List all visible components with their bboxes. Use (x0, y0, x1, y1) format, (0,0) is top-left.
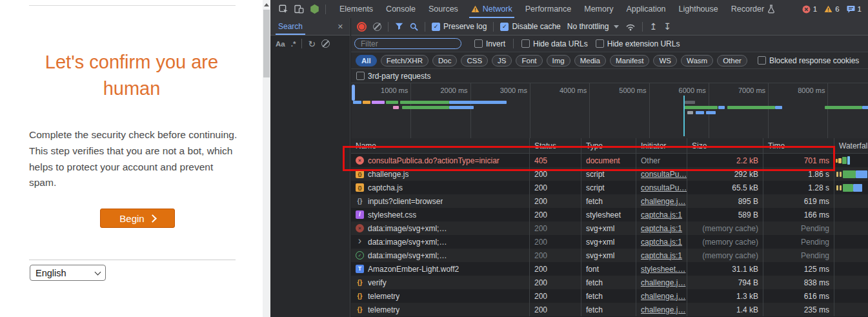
tab-sources[interactable]: Sources (422, 0, 465, 18)
status-badges: 1 6 1 (802, 5, 862, 14)
hide-data-urls-checkbox[interactable]: Hide data URLs (521, 39, 588, 48)
waterfall-cell (834, 221, 868, 235)
initiator-link[interactable]: challenge.j… (641, 278, 685, 287)
filter-pill-js[interactable]: JS (492, 55, 512, 66)
match-case-button[interactable]: Aa (276, 40, 285, 48)
tab-network[interactable]: Network (465, 0, 519, 18)
search-icon[interactable] (410, 23, 418, 31)
tab-performance[interactable]: Performance (519, 0, 578, 18)
preserve-log-checkbox[interactable]: Preserve log (432, 22, 487, 31)
inspect-icon[interactable] (279, 5, 288, 14)
tab-recorder[interactable]: Recorder (725, 0, 782, 18)
filter-pill-fetch-xhr[interactable]: Fetch/XHR (381, 55, 429, 66)
filter-pill-other[interactable]: Other (717, 55, 747, 66)
search-tab[interactable]: Search (274, 18, 307, 35)
divider (513, 39, 514, 48)
disable-cache-checkbox[interactable]: Disable cache (500, 22, 560, 31)
table-row[interactable]: stylesheet.css200stylesheetcaptcha.js:15… (351, 208, 868, 221)
initiator-link[interactable]: challenge.j… (641, 292, 685, 301)
throttling-select[interactable]: No throttling (567, 22, 620, 31)
language-select[interactable]: English (30, 265, 106, 281)
network-toolbar: Preserve log Disable cache No throttling… (351, 18, 868, 36)
filter-pill-ws[interactable]: WS (653, 55, 677, 66)
tab-elements[interactable]: Elements (333, 0, 379, 18)
column-header-name[interactable]: Name (351, 138, 530, 153)
initiator-link[interactable]: consultaPu… (641, 183, 687, 192)
initiator-link[interactable]: captcha.js:1 (641, 238, 682, 247)
third-party-requests-checkbox[interactable]: 3rd-party requests (356, 72, 430, 81)
table-row[interactable]: captcha.js200scriptconsultaPu…65.5 kB1.2… (351, 181, 868, 194)
console-errors-badge[interactable]: 1 (802, 5, 817, 14)
network-conditions-icon[interactable] (625, 23, 636, 31)
waterfall-segment (836, 172, 838, 177)
waterfall-segment (836, 159, 838, 163)
filter-pill-doc[interactable]: Doc (432, 55, 457, 66)
close-search-icon[interactable]: ✕ (335, 21, 346, 32)
overview-handle[interactable] (352, 85, 355, 101)
filter-pill-img[interactable]: Img (547, 55, 570, 66)
tab-memory[interactable]: Memory (578, 0, 620, 18)
blocked-response-cookies-checkbox[interactable]: Blocked response cookies (758, 56, 859, 65)
column-header-waterfall[interactable]: Waterfall (834, 138, 868, 153)
time-cell: Pending (763, 249, 834, 262)
tab-console[interactable]: Console (379, 0, 422, 18)
initiator-link[interactable]: captcha.js:1 (641, 251, 682, 260)
waterfall-cell (834, 262, 868, 276)
column-header-type[interactable]: Type (581, 138, 636, 153)
column-header-status[interactable]: Status (530, 138, 581, 153)
console-warnings-badge[interactable]: 6 (824, 5, 839, 13)
filter-pill-css[interactable]: CSS (461, 55, 488, 66)
filter-pill-font[interactable]: Font (516, 55, 542, 66)
table-row[interactable]: consultaPublica.do?actionType=iniciar405… (351, 154, 868, 167)
page-scrollbar[interactable] (263, 0, 270, 317)
begin-button[interactable]: Begin (100, 209, 175, 228)
column-header-size[interactable]: Size (687, 138, 763, 153)
initiator-link[interactable]: challenge.j… (641, 197, 685, 206)
tab-lighthouse[interactable]: Lighthouse (672, 0, 725, 18)
table-row[interactable]: verify200fetchchallenge.j…794 B838 ms (351, 276, 868, 289)
initiator-cell: consultaPu… (636, 181, 687, 194)
bottom-divider (29, 260, 236, 260)
filter-icon[interactable] (395, 23, 403, 30)
table-row[interactable]: inputs?client=browser200fetchchallenge.j… (351, 194, 868, 208)
initiator-link[interactable]: captcha.js:1 (641, 210, 682, 220)
filter-input[interactable]: Filter (354, 38, 461, 49)
table-row[interactable]: data:image/svg+xml;…200svg+xmlcaptcha.js… (351, 235, 868, 249)
table-row[interactable]: telemetry200fetchchallenge.j…1.4 kB235 m… (351, 303, 868, 316)
refresh-search-icon[interactable]: ↻ (308, 39, 316, 49)
clear-search-icon[interactable] (321, 39, 330, 48)
network-overview-timeline[interactable]: 1000 ms2000 ms3000 ms4000 ms5000 ms6000 … (351, 83, 868, 139)
hide-extension-urls-checkbox[interactable]: Hide extension URLs (596, 39, 680, 48)
request-name: data:image/svg+xml;… (368, 251, 447, 260)
table-row[interactable]: data:image/svg+xml;…200svg+xmlcaptcha.js… (351, 221, 868, 235)
column-header-time[interactable]: Time (763, 138, 834, 153)
filter-pill-all[interactable]: All (356, 55, 377, 66)
scroll-up-button[interactable] (263, 0, 270, 9)
filter-pill-media[interactable]: Media (574, 55, 606, 66)
invert-checkbox[interactable]: Invert (474, 39, 505, 48)
table-row[interactable]: AmazonEmber-Light.woff2200fontstylesheet… (351, 262, 868, 276)
table-row[interactable]: telemetry200fetchchallenge.j…1.3 kB616 m… (351, 289, 868, 303)
filter-pill-wasm[interactable]: Wasm (681, 55, 713, 66)
export-har-icon[interactable]: ↧ (663, 22, 671, 31)
table-row[interactable]: challenge.js200scriptconsultaPu…292 kB1.… (351, 167, 868, 181)
checkbox-checked-icon (432, 23, 440, 31)
issues-badge[interactable]: 1 (847, 5, 862, 14)
import-har-icon[interactable]: ↥ (649, 22, 657, 31)
table-row[interactable]: data:image/svg+xml;…200svg+xmlcaptcha.js… (351, 249, 868, 262)
initiator-link[interactable]: captcha.js:1 (641, 224, 682, 233)
clear-network-log-icon[interactable] (373, 23, 381, 31)
name-cell: inputs?client=browser (351, 194, 530, 208)
device-toolbar-icon[interactable] (294, 5, 304, 14)
node-icon[interactable] (310, 4, 319, 14)
scrollbar-thumb[interactable] (263, 10, 270, 77)
initiator-link[interactable]: challenge.j… (641, 305, 685, 314)
column-header-initiator[interactable]: Initiator (636, 138, 687, 153)
filter-pill-manifest[interactable]: Manifest (610, 55, 649, 66)
size-cell: 1.3 kB (687, 289, 763, 303)
initiator-link[interactable]: stylesheet.… (641, 265, 685, 274)
tab-application[interactable]: Application (620, 0, 672, 18)
initiator-link[interactable]: consultaPu… (641, 170, 687, 179)
regex-button[interactable]: .* (291, 40, 296, 48)
record-button[interactable] (357, 22, 367, 32)
